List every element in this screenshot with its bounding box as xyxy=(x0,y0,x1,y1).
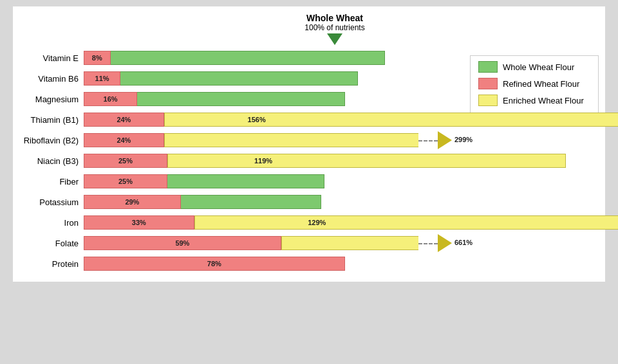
bar-track: 29% xyxy=(84,195,464,209)
chart-row: Niacin (B3)119%25% xyxy=(19,152,464,170)
overflow-arrow xyxy=(438,131,452,149)
bar-red: 33% xyxy=(84,215,194,230)
bars-area: Vitamin E8%Vitamin B611%Magnesium16%Thia… xyxy=(19,49,464,275)
bar-track: 129%33% xyxy=(84,215,464,230)
chart-row: Riboflavin (B2)299%24% xyxy=(19,131,464,149)
bar-overflow-label: 299% xyxy=(454,136,473,143)
bar-yellow-label: 156% xyxy=(165,116,268,123)
chart-row: Fiber25% xyxy=(19,172,464,190)
bar-track: 8% xyxy=(84,51,464,65)
legend-label: Enriched Wheat Flour xyxy=(503,96,584,105)
chart-container: Whole Wheat 100% of nutrients Vitamin E8… xyxy=(13,6,605,282)
bar-red: 78% xyxy=(84,257,345,271)
bar-yellow xyxy=(281,236,418,250)
bar-green xyxy=(84,71,358,86)
bar-red: 59% xyxy=(84,236,281,250)
legend-label: Whole Wheat Flour xyxy=(503,62,574,72)
dashed-extension xyxy=(418,140,438,141)
bar-track: 25% xyxy=(84,174,464,188)
bar-red: 8% xyxy=(84,51,111,65)
chart-row: Thiamin (B1)156%24% xyxy=(19,111,464,129)
bar-track: 78% xyxy=(84,257,464,271)
row-label: Magnesium xyxy=(19,95,84,104)
bar-yellow-label: 129% xyxy=(195,219,329,226)
bar-red: 25% xyxy=(84,154,167,168)
row-label: Protein xyxy=(19,259,84,269)
row-label: Potassium xyxy=(19,197,84,207)
chart-row: Iron129%33% xyxy=(19,214,464,232)
bar-track: 156%24% xyxy=(84,113,464,127)
bar-yellow: 156% xyxy=(164,113,618,127)
bar-red: 25% xyxy=(84,174,167,188)
chart-body: Vitamin E8%Vitamin B611%Magnesium16%Thia… xyxy=(19,49,599,275)
legend-color-swatch xyxy=(478,61,498,73)
row-label: Vitamin E xyxy=(19,53,84,63)
bar-red: 11% xyxy=(84,71,120,86)
row-label: Niacin (B3) xyxy=(19,156,84,166)
legend-color-swatch xyxy=(478,78,498,89)
row-label: Folate xyxy=(19,239,84,248)
bar-red: 24% xyxy=(84,133,164,147)
legend-color-swatch xyxy=(478,95,498,106)
chart-row: Vitamin E8% xyxy=(19,49,464,67)
bar-red: 24% xyxy=(84,113,164,127)
row-label: Vitamin B6 xyxy=(19,74,84,84)
legend-item: Whole Wheat Flour xyxy=(478,61,590,73)
overflow-arrow xyxy=(438,234,452,252)
chart-title: Whole Wheat xyxy=(71,13,599,23)
chart-subtitle: 100% of nutrients xyxy=(71,23,599,32)
bar-green xyxy=(84,51,385,65)
row-label: Thiamin (B1) xyxy=(19,115,84,125)
chart-row: Folate661%59% xyxy=(19,234,464,252)
legend: Whole Wheat FlourRefined Wheat FlourEnri… xyxy=(470,55,599,117)
bar-yellow: 129% xyxy=(194,215,618,230)
dashed-extension xyxy=(418,243,438,244)
chart-header: Whole Wheat 100% of nutrients xyxy=(71,13,599,45)
bar-overflow-label: 661% xyxy=(454,239,473,246)
legend-item: Enriched Wheat Flour xyxy=(478,95,590,106)
bar-red: 29% xyxy=(84,195,181,209)
legend-item: Refined Wheat Flour xyxy=(478,78,590,89)
bar-yellow xyxy=(164,133,418,147)
row-label: Riboflavin (B2) xyxy=(19,136,84,145)
bar-track: 661%59% xyxy=(84,236,464,250)
bar-track: 119%25% xyxy=(84,154,464,168)
bar-track: 11% xyxy=(84,71,464,86)
bar-red: 16% xyxy=(84,92,137,106)
bar-track: 299%24% xyxy=(84,133,464,147)
chart-row: Protein78% xyxy=(19,255,464,273)
chart-row: Vitamin B611% xyxy=(19,69,464,87)
chart-row: Magnesium16% xyxy=(19,90,464,108)
bar-yellow-label: 119% xyxy=(168,157,275,165)
arrow-down-icon xyxy=(327,33,342,45)
bar-track: 16% xyxy=(84,92,464,106)
legend-label: Refined Wheat Flour xyxy=(503,79,579,89)
row-label: Fiber xyxy=(19,177,84,187)
chart-row: Potassium29% xyxy=(19,193,464,211)
bar-yellow: 119% xyxy=(167,154,566,168)
row-label: Iron xyxy=(19,218,84,228)
